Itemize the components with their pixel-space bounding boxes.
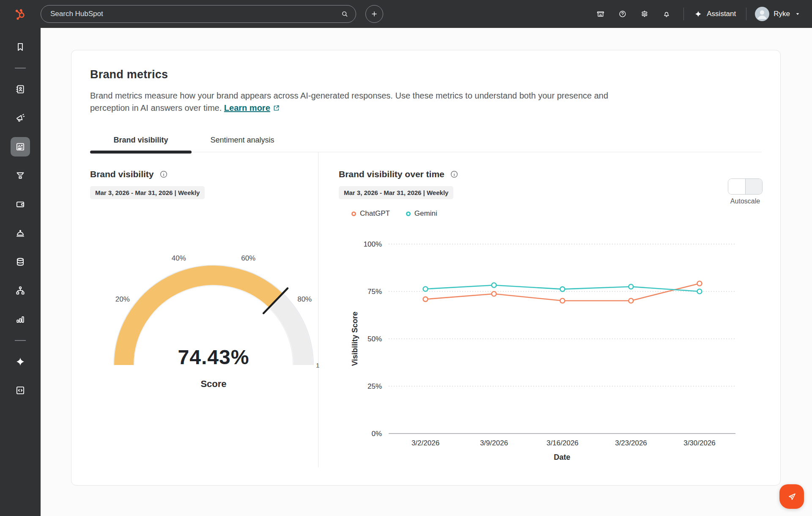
- hubspot-logo[interactable]: [0, 8, 41, 20]
- page-title: Brand metrics: [90, 68, 762, 81]
- commerce-icon: [15, 199, 26, 210]
- autoscale-control: Autoscale: [728, 178, 763, 205]
- sidebar-item-marketing[interactable]: [11, 108, 30, 128]
- search-input[interactable]: Search HubSpot: [41, 5, 356, 23]
- sidebar-item-developer[interactable]: [11, 381, 30, 400]
- sidebar-item-data[interactable]: [11, 252, 30, 272]
- line-chart-title: Brand visibility over time: [339, 169, 444, 179]
- avatar: [755, 7, 769, 21]
- send-icon: [786, 491, 798, 502]
- ai-icon: [15, 356, 26, 367]
- svg-text:40%: 40%: [172, 254, 186, 262]
- top-nav: Search HubSpot Assistant Ryke: [0, 0, 812, 28]
- svg-text:74.43%: 74.43%: [178, 346, 250, 368]
- sidebar-item-crm-contacts[interactable]: [11, 80, 30, 99]
- svg-text:Visibility Score: Visibility Score: [351, 312, 359, 366]
- left-sidebar: [0, 28, 41, 516]
- toggle-track: [746, 179, 763, 194]
- gauge-svg: 20%40%60%80%174.43%Score: [90, 238, 337, 395]
- sidebar-item-automations[interactable]: [11, 281, 30, 300]
- marketplace-button[interactable]: [590, 5, 612, 23]
- svg-text:3/9/2026: 3/9/2026: [480, 439, 508, 447]
- sidebar-item-commerce[interactable]: [11, 195, 30, 214]
- svg-text:Score: Score: [200, 379, 226, 389]
- content-icon: [15, 141, 26, 152]
- svg-text:20%: 20%: [115, 295, 130, 303]
- autoscale-label: Autoscale: [728, 198, 763, 205]
- assistant-button[interactable]: Assistant: [690, 10, 740, 18]
- bookmarks-icon: [15, 41, 26, 52]
- legend-label: Gemini: [414, 209, 437, 218]
- svg-text:3/16/2026: 3/16/2026: [546, 439, 579, 447]
- plus-icon: [370, 10, 379, 18]
- gauge-date-badge: Mar 3, 2026 - Mar 31, 2026 | Weekly: [90, 186, 205, 199]
- active-tab-underline: [90, 151, 192, 154]
- search-icon: [340, 10, 349, 18]
- svg-text:25%: 25%: [368, 382, 382, 390]
- marketing-icon: [15, 113, 26, 124]
- create-button[interactable]: [365, 5, 383, 23]
- legend-item-gemini[interactable]: Gemini: [406, 209, 437, 218]
- brand-metrics-card: Brand metrics Brand metrics measure how …: [71, 50, 781, 486]
- tab-sentiment-analysis[interactable]: Sentiment analysis: [192, 129, 293, 152]
- line-chart-date-badge: Mar 3, 2026 - Mar 31, 2026 | Weekly: [339, 186, 453, 199]
- chart-legend: ChatGPT Gemini: [351, 209, 780, 218]
- sidebar-item-bookmarks[interactable]: [11, 37, 30, 57]
- brand-visibility-panel: Brand visibility Mar 3, 2026 - Mar 31, 2…: [71, 152, 318, 467]
- line-chart-svg: 0%25%50%75%100%3/2/20263/9/20263/16/2026…: [339, 233, 753, 465]
- sidebar-item-service[interactable]: [11, 223, 30, 243]
- nav-divider: [746, 8, 746, 20]
- visibility-over-time-panel: Brand visibility over time Mar 3, 2026 -…: [318, 152, 780, 467]
- assistant-label: Assistant: [707, 10, 736, 18]
- settings-icon: [640, 10, 649, 18]
- developer-icon: [15, 385, 26, 396]
- help-button[interactable]: [612, 5, 634, 23]
- svg-text:100%: 100%: [364, 240, 382, 248]
- gemini-marker-icon: [406, 211, 411, 216]
- gauge-title: Brand visibility: [90, 169, 154, 179]
- sparkle-icon: [694, 10, 702, 18]
- svg-text:3/30/2026: 3/30/2026: [683, 439, 716, 447]
- svg-text:80%: 80%: [297, 295, 312, 303]
- sidebar-item-sales[interactable]: [11, 166, 30, 185]
- notifications-button[interactable]: [656, 5, 678, 23]
- legend-label: ChatGPT: [360, 209, 390, 218]
- reporting-icon: [15, 314, 26, 325]
- copilot-fab-button[interactable]: [779, 484, 804, 509]
- user-name: Ryke: [774, 10, 790, 18]
- autoscale-toggle[interactable]: [728, 178, 763, 195]
- chatgpt-marker-icon: [351, 211, 356, 216]
- visibility-line-chart: 0%25%50%75%100%3/2/20263/9/20263/16/2026…: [339, 233, 780, 467]
- external-link-icon: [272, 104, 280, 112]
- info-icon[interactable]: [159, 170, 168, 179]
- settings-button[interactable]: [634, 5, 656, 23]
- user-menu[interactable]: Ryke: [752, 7, 801, 21]
- svg-text:50%: 50%: [368, 335, 382, 343]
- page-description-text: Brand metrics measure how your brand app…: [90, 91, 608, 113]
- info-icon[interactable]: [450, 170, 459, 179]
- page-description: Brand metrics measure how your brand app…: [90, 90, 636, 114]
- svg-text:60%: 60%: [241, 254, 255, 262]
- automations-icon: [15, 285, 26, 296]
- search-placeholder: Search HubSpot: [50, 10, 340, 18]
- sidebar-item-ai[interactable]: [11, 352, 30, 371]
- toggle-knob: [728, 179, 746, 194]
- data-icon: [15, 256, 26, 267]
- sidebar-divider: [15, 68, 26, 69]
- sidebar-divider: [15, 340, 26, 341]
- tab-brand-visibility[interactable]: Brand visibility: [90, 129, 192, 152]
- tab-bar: Brand visibility Sentiment analysis: [90, 129, 762, 152]
- chevron-down-icon: [794, 11, 801, 17]
- learn-more-link[interactable]: Learn more: [224, 103, 270, 113]
- nav-divider: [683, 8, 684, 20]
- service-icon: [15, 228, 26, 239]
- sales-icon: [15, 170, 26, 181]
- help-icon: [618, 10, 627, 18]
- legend-item-chatgpt[interactable]: ChatGPT: [351, 209, 390, 218]
- sidebar-item-content[interactable]: [11, 137, 30, 156]
- score-gauge-chart: 20%40%60%80%174.43%Score: [90, 238, 318, 397]
- hubspot-sprocket-icon: [14, 8, 27, 20]
- svg-text:3/23/2026: 3/23/2026: [615, 439, 647, 447]
- sidebar-item-reporting[interactable]: [11, 310, 30, 329]
- marketplace-icon: [596, 10, 605, 18]
